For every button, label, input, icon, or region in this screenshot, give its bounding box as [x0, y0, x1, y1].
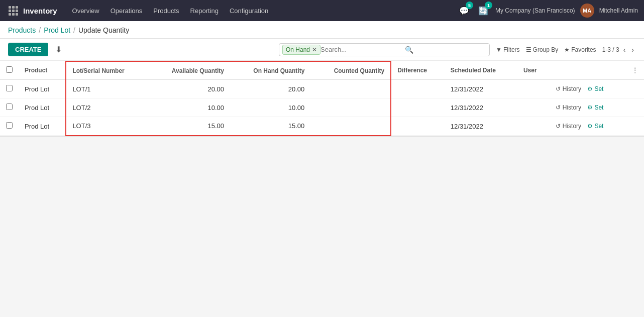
breadcrumb-sep-1: /: [39, 26, 41, 34]
menu-overview[interactable]: Overview: [67, 5, 104, 17]
page-header: Products / Prod Lot / Update Quantity: [0, 21, 644, 39]
col-user: User: [517, 61, 550, 80]
star-icon: ★: [564, 46, 570, 53]
pagination-range: 1-3 / 3: [602, 46, 619, 53]
search-input[interactable]: [320, 46, 405, 53]
col-available-qty: Available Quantity: [148, 61, 230, 80]
breadcrumb-sep-2: /: [73, 26, 75, 34]
set-button[interactable]: ⚙ Set: [587, 85, 603, 92]
company-name: My Company (San Francisco): [495, 7, 575, 14]
breadcrumb: Products / Prod Lot / Update Quantity: [8, 26, 636, 34]
row-lot[interactable]: LOT/3: [66, 117, 148, 136]
row-counted-qty[interactable]: [310, 117, 391, 136]
chat-notification-button[interactable]: 💬 5: [457, 4, 471, 18]
row-difference: [391, 117, 445, 136]
user-avatar[interactable]: MA: [580, 4, 594, 18]
select-all-checkbox[interactable]: [6, 66, 13, 73]
menu-operations[interactable]: Operations: [105, 5, 148, 17]
row-user: [517, 98, 550, 117]
app-logo[interactable]: Inventory: [23, 7, 57, 15]
history-link[interactable]: ↺ History: [556, 104, 581, 111]
row-checkbox-cell: [0, 98, 19, 117]
row-on-hand-qty: 15.00: [230, 117, 310, 136]
row-checkbox[interactable]: [6, 103, 13, 110]
col-difference: Difference: [391, 61, 445, 80]
row-available-qty: 20.00: [148, 80, 230, 98]
row-scheduled-date: 12/31/2022: [445, 80, 517, 98]
filters-button[interactable]: ▼ Filters: [496, 46, 520, 53]
row-product: Prod Lot: [19, 98, 66, 117]
col-product: Product: [19, 61, 66, 80]
row-user: [517, 80, 550, 98]
row-product: Prod Lot: [19, 80, 66, 98]
download-button[interactable]: ⬇: [52, 43, 65, 56]
table-row: Prod Lot LOT/2 10.00 10.00 12/31/2022 ↺ …: [0, 98, 644, 117]
breadcrumb-current: Update Quantity: [78, 26, 129, 34]
filter-tag-on-hand[interactable]: On Hand ✕: [282, 45, 320, 55]
row-on-hand-qty: 10.00: [230, 98, 310, 117]
row-difference: [391, 98, 445, 117]
filter-tag-label: On Hand: [286, 46, 310, 53]
row-more[interactable]: [626, 117, 644, 136]
create-button[interactable]: CREATE: [8, 43, 48, 56]
chat-badge: 5: [466, 2, 473, 9]
row-available-qty: 15.00: [148, 117, 230, 136]
col-scheduled-date: Scheduled Date: [445, 61, 517, 80]
row-checkbox[interactable]: [6, 122, 13, 129]
action-left: CREATE ⬇: [8, 43, 65, 56]
group-by-button[interactable]: ☰ Group By: [526, 46, 559, 53]
search-input-wrap: On Hand ✕ 🔍: [279, 43, 490, 56]
search-bar: On Hand ✕ 🔍: [279, 43, 490, 56]
row-lot[interactable]: LOT/2: [66, 98, 148, 117]
menu-products[interactable]: Products: [148, 5, 184, 17]
content-area: [0, 137, 644, 312]
row-checkbox-cell: [0, 117, 19, 136]
row-lot[interactable]: LOT/1: [66, 80, 148, 98]
table-row: Prod Lot LOT/3 15.00 15.00 12/31/2022 ↺ …: [0, 117, 644, 136]
favorites-button[interactable]: ★ Favorites: [564, 46, 596, 53]
grid-menu-icon[interactable]: [6, 4, 20, 18]
row-product: Prod Lot: [19, 117, 66, 136]
row-more[interactable]: [626, 98, 644, 117]
inventory-table: Product Lot/Serial Number Available Quan…: [0, 61, 644, 137]
pagination: 1-3 / 3 ‹ ›: [602, 45, 636, 55]
history-link[interactable]: ↺ History: [556, 123, 581, 130]
col-actions: [550, 61, 626, 80]
breadcrumb-prod-lot[interactable]: Prod Lot: [44, 26, 70, 34]
row-counted-qty[interactable]: [310, 80, 391, 98]
filters-label: Filters: [503, 46, 520, 53]
row-scheduled-date: 12/31/2022: [445, 117, 517, 136]
activity-badge: 1: [485, 2, 492, 9]
row-actions-cell: ↺ History ⚙ Set: [550, 98, 626, 117]
row-scheduled-date: 12/31/2022: [445, 98, 517, 117]
group-by-label: Group By: [533, 46, 559, 53]
pagination-next[interactable]: ›: [629, 45, 636, 55]
row-actions-cell: ↺ History ⚙ Set: [550, 117, 626, 136]
col-more[interactable]: ⋮: [626, 61, 644, 80]
row-available-qty: 10.00: [148, 98, 230, 117]
filter-actions: ▼ Filters ☰ Group By ★ Favorites: [496, 46, 596, 53]
group-icon: ☰: [526, 46, 531, 53]
filter-tag-close-icon[interactable]: ✕: [312, 46, 317, 53]
activity-notification-button[interactable]: 🔄 1: [476, 4, 490, 18]
top-navigation: Inventory Overview Operations Products R…: [0, 0, 644, 21]
row-counted-qty[interactable]: [310, 98, 391, 117]
table-row: Prod Lot LOT/1 20.00 20.00 12/31/2022 ↺ …: [0, 80, 644, 98]
favorites-label: Favorites: [571, 46, 596, 53]
set-button[interactable]: ⚙ Set: [587, 104, 603, 111]
row-difference: [391, 80, 445, 98]
row-actions-cell: ↺ History ⚙ Set: [550, 80, 626, 98]
pagination-prev[interactable]: ‹: [621, 45, 628, 55]
row-more[interactable]: [626, 80, 644, 98]
breadcrumb-products[interactable]: Products: [8, 26, 36, 34]
action-bar: CREATE ⬇ On Hand ✕ 🔍 ▼ Filters ☰ Group B…: [0, 39, 644, 61]
col-counted-qty: Counted Quantity: [310, 61, 391, 80]
set-button[interactable]: ⚙ Set: [587, 123, 603, 130]
menu-reporting[interactable]: Reporting: [185, 5, 224, 17]
row-user: [517, 117, 550, 136]
menu-configuration[interactable]: Configuration: [225, 5, 273, 17]
search-icon[interactable]: 🔍: [405, 46, 413, 54]
history-link[interactable]: ↺ History: [556, 85, 581, 92]
row-checkbox[interactable]: [6, 85, 13, 91]
user-name[interactable]: Mitchell Admin: [599, 7, 638, 14]
